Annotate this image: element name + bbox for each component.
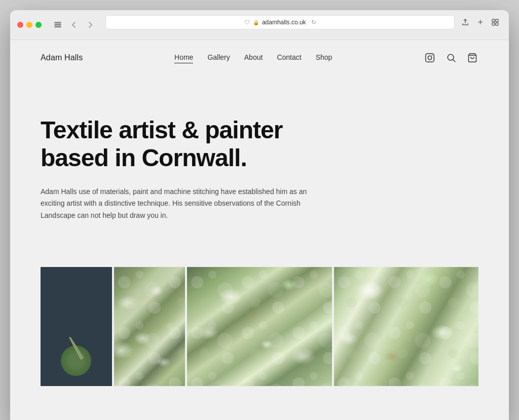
gallery-left-panel [41,267,185,386]
browser-window: 🛡 🔒 adamhalls.co.uk ↻ + [10,10,509,420]
nav-link-about[interactable]: About [244,53,263,62]
nav-icons [424,52,478,64]
gallery-image-lichen-3[interactable] [334,267,478,386]
sidebar-toggle-button[interactable] [52,20,64,30]
navigation: Adam Halls Home Gallery About Contact Sh… [10,40,509,75]
nav-links: Home Gallery About Contact Shop [174,53,332,62]
svg-rect-6 [496,23,498,25]
search-button[interactable] [445,52,457,64]
traffic-lights [17,22,42,28]
share-button[interactable] [459,16,472,29]
instagram-button[interactable] [424,52,436,64]
browser-titlebar: 🛡 🔒 adamhalls.co.uk ↻ + [17,15,502,34]
nav-link-contact[interactable]: Contact [277,53,301,62]
hero-description: Adam Halls use of materials, paint and m… [41,186,324,221]
nav-link-gallery[interactable]: Gallery [207,53,230,62]
close-button[interactable] [17,22,23,28]
lock-icon: 🔒 [253,20,259,25]
gallery-image-phonograph[interactable] [41,267,112,386]
svg-rect-4 [496,19,498,22]
svg-rect-0 [55,22,61,23]
gallery-image-lichen-2[interactable] [187,267,331,386]
hero-title: Textile artist & painter based in Cornwa… [41,116,319,172]
hero-section: Textile artist & painter based in Cornwa… [10,75,509,247]
tab-overview-button[interactable] [489,16,502,29]
browser-chrome: 🛡 🔒 adamhalls.co.uk ↻ + [10,10,509,40]
svg-rect-5 [492,23,495,25]
browser-controls [52,20,96,30]
svg-point-10 [448,54,454,60]
url-text: adamhalls.co.uk [262,19,306,26]
nav-link-home[interactable]: Home [174,53,193,62]
svg-line-11 [453,60,456,62]
minimize-button[interactable] [26,22,32,28]
cart-button[interactable] [466,52,478,64]
nav-link-shop[interactable]: Shop [316,53,332,62]
back-button[interactable] [68,20,80,30]
svg-point-8 [428,56,432,60]
shield-icon: 🛡 [244,19,250,25]
forward-button[interactable] [84,20,96,30]
gallery-grid [41,267,478,386]
browser-right-controls: + [459,16,502,29]
svg-rect-2 [55,26,61,27]
new-tab-button[interactable]: + [475,16,486,29]
fullscreen-button[interactable] [35,22,42,28]
website-content: Adam Halls Home Gallery About Contact Sh… [10,40,509,420]
svg-rect-7 [426,54,434,62]
site-logo[interactable]: Adam Halls [41,53,83,62]
svg-rect-3 [492,19,495,22]
refresh-icon[interactable]: ↻ [311,19,316,26]
address-bar[interactable]: 🛡 🔒 adamhalls.co.uk ↻ [105,15,455,29]
gallery-image-lichen-1[interactable] [114,267,186,386]
svg-point-9 [432,55,433,56]
svg-rect-1 [55,24,61,25]
